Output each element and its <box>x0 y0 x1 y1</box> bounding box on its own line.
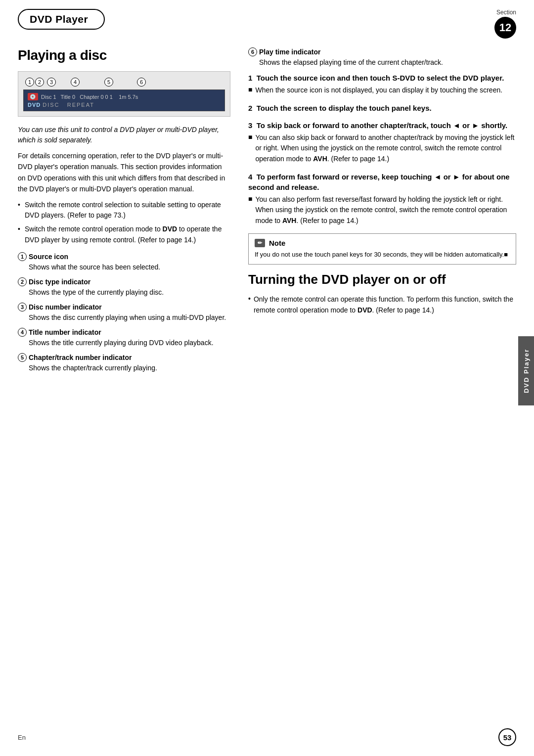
diagram-screen: 💿 Disc 1 Title 0 Chapter 0 0 1 1m 5.7s D… <box>23 89 225 111</box>
footer-lang: En <box>18 734 26 741</box>
page-header: DVD Player Section 12 <box>0 0 534 39</box>
page-footer: En 53 <box>0 728 534 746</box>
label-4: 4 <box>71 78 80 88</box>
section2-bullet-marker: • <box>248 295 251 303</box>
diagram-repeat-label: DISC REPEAT <box>43 102 94 108</box>
bullet-marker-1: ■ <box>248 86 252 93</box>
turning-dvd-title: Turning the DVD player on or off <box>248 271 516 288</box>
diagram-dvd-label: DVD <box>28 102 41 108</box>
intro-italic: You can use this unit to control a DVD p… <box>18 125 230 145</box>
diagram-top-row: 💿 Disc 1 Title 0 Chapter 0 0 1 1m 5.7s <box>28 93 221 100</box>
step-4: 4 To perform fast forward or reverse, ke… <box>248 172 516 226</box>
step-2-header: 2 Touch the screen to display the touch … <box>248 103 516 113</box>
note-label: Note <box>269 239 285 247</box>
note-box: ✏ Note If you do not use the touch panel… <box>248 233 516 265</box>
circle-1: 1 <box>25 78 34 87</box>
circle-2: 2 <box>35 78 44 87</box>
circle-3: 3 <box>47 78 56 87</box>
label-6: 6 <box>137 78 146 88</box>
step-3: 3 To skip back or forward to another cha… <box>248 120 516 165</box>
step-3-desc: You can also skip back or forward to ano… <box>255 133 516 165</box>
circled-1: 1 <box>18 252 27 261</box>
step-3-bullet: ■ You can also skip back or forward to a… <box>248 133 516 165</box>
label-1: 1 <box>25 78 34 88</box>
numbered-item-5: 5 Chapter/track number indicator Shows t… <box>18 353 230 373</box>
label-2: 2 <box>35 78 44 88</box>
note-icon: ✏ <box>255 239 265 247</box>
section-label: Section <box>496 9 516 16</box>
circled-2: 2 <box>18 277 27 286</box>
step-1-header: 1 Touch the source icon and then touch S… <box>248 73 516 83</box>
circle-5: 5 <box>104 78 113 87</box>
numbered-item-6-header: 6 Play time indicator <box>248 47 516 56</box>
numbered-item-1: 1 Source icon Shows what the source has … <box>18 252 230 272</box>
numbered-item-4: 4 Title number indicator Shows the title… <box>18 328 230 348</box>
numbered-item-5-header: 5 Chapter/track number indicator <box>18 353 230 362</box>
numbered-item-2: 2 Disc type indicator Shows the type of … <box>18 277 230 298</box>
numbered-item-3: 3 Disc number indicator Shows the disc c… <box>18 303 230 323</box>
numbered-item-3-header: 3 Disc number indicator <box>18 303 230 311</box>
circle-6: 6 <box>137 78 146 87</box>
bullet-marker-3: ■ <box>248 133 252 141</box>
item1-label: Source icon <box>29 253 68 261</box>
bullet-item-1: Switch the remote control selection to s… <box>18 200 230 221</box>
step-1: 1 Touch the source icon and then touch S… <box>248 73 516 96</box>
circled-3: 3 <box>18 303 27 311</box>
diagram-labels: 1 2 3 4 5 6 <box>23 78 225 88</box>
step-1-desc: When the source icon is not displayed, y… <box>255 85 502 96</box>
step-3-header: 3 To skip back or forward to another cha… <box>248 120 516 131</box>
bullet-item-2: Switch the remote control operation mode… <box>18 224 230 245</box>
right-column: 6 Play time indicator Shows the elapsed … <box>248 47 516 378</box>
note-text: If you do not use the touch panel keys f… <box>255 250 510 260</box>
step-1-bullet: ■ When the source icon is not displayed,… <box>248 85 516 96</box>
label-3: 3 <box>47 78 56 88</box>
circle-4: 4 <box>71 78 80 87</box>
header-right: Section 12 <box>494 9 516 39</box>
item5-label: Chapter/track number indicator <box>29 354 132 361</box>
intro-normal: For details concerning operation, refer … <box>18 150 230 195</box>
item6-desc: Shows the elapsed playing time of the cu… <box>248 57 516 68</box>
item3-desc: Shows the disc currently playing when us… <box>18 312 230 323</box>
section2-bullet: • Only the remote control can operate th… <box>248 294 516 315</box>
numbered-item-6: 6 Play time indicator Shows the elapsed … <box>248 47 516 68</box>
bullet-list: Switch the remote control selection to s… <box>18 200 230 246</box>
diagram-source-icon: 💿 <box>28 93 38 100</box>
diagram-disc-info: Disc 1 Title 0 Chapter 0 0 1 1m 5.7s <box>41 94 138 100</box>
diagram-bottom-row: DVD DISC REPEAT <box>28 102 221 108</box>
note-header: ✏ Note <box>255 239 510 247</box>
circled-4: 4 <box>18 328 27 337</box>
circled-6: 6 <box>248 47 257 56</box>
main-content: Playing a disc 1 2 3 4 5 <box>0 39 534 378</box>
item6-label: Play time indicator <box>259 48 320 56</box>
numbered-item-2-header: 2 Disc type indicator <box>18 277 230 286</box>
section-number: 12 <box>494 17 516 39</box>
item2-desc: Shows the type of the currently playing … <box>18 287 230 298</box>
label-5: 5 <box>104 78 113 88</box>
item4-label: Title number indicator <box>29 328 101 336</box>
dvd-player-badge: DVD Player <box>18 9 105 30</box>
item3-label: Disc number indicator <box>29 303 102 311</box>
step-4-header: 4 To perform fast forward or reverse, ke… <box>248 172 516 192</box>
footer-page-number: 53 <box>498 728 516 746</box>
step-2: 2 Touch the screen to display the touch … <box>248 103 516 113</box>
numbered-item-4-header: 4 Title number indicator <box>18 328 230 337</box>
section2-desc: Only the remote control can operate this… <box>254 294 516 315</box>
playing-a-disc-title: Playing a disc <box>18 47 230 63</box>
numbered-item-1-header: 1 Source icon <box>18 252 230 261</box>
item5-desc: Shows the chapter/track currently playin… <box>18 363 230 373</box>
step-4-desc: You can also perform fast reverse/fast f… <box>255 194 516 226</box>
side-tab: DVD Player <box>518 336 534 405</box>
item1-desc: Shows what the source has been selected. <box>18 262 230 272</box>
item4-desc: Shows the title currently playing during… <box>18 338 230 348</box>
ui-diagram: 1 2 3 4 5 6 💿 <box>18 71 230 117</box>
circled-5: 5 <box>18 353 27 362</box>
left-column: Playing a disc 1 2 3 4 5 <box>18 47 230 378</box>
item2-label: Disc type indicator <box>29 278 90 286</box>
step-4-bullet: ■ You can also perform fast reverse/fast… <box>248 194 516 226</box>
side-tab-text: DVD Player <box>523 349 530 393</box>
bullet-marker-4: ■ <box>248 195 252 203</box>
